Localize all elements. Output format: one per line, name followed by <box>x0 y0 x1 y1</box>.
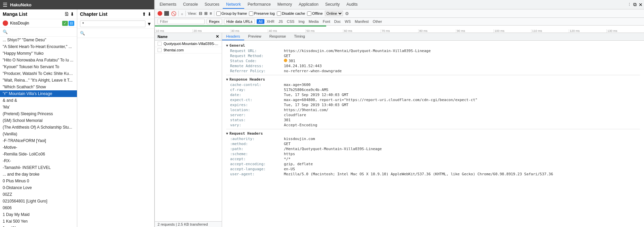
hamburger-icon[interactable]: ☰ <box>3 2 7 8</box>
response-headers-section-header[interactable]: ▼ Response Headers <box>226 77 640 82</box>
filter-type-img[interactable]: Img <box>297 19 306 24</box>
filter-type-doc[interactable]: Doc <box>333 19 343 24</box>
record-icon[interactable] <box>158 11 162 16</box>
chapter-filter-arrow[interactable]: ▼ <box>147 21 152 27</box>
undock-icon[interactable]: ⧉ <box>633 2 637 7</box>
devtools-tab-security[interactable]: Security <box>322 1 343 9</box>
manga-list-item[interactable]: (SM) School Memorial <box>0 117 77 124</box>
refresh-icon[interactable]: 🖻 <box>64 11 69 17</box>
offline-label[interactable]: Offline <box>307 11 323 16</box>
manga-list-item[interactable]: "Producer, Watashi To Cekc Shite Kud... <box>0 70 77 77</box>
group-by-frame-label[interactable]: Group by frame <box>216 11 247 16</box>
devtools-tab-network[interactable]: Network <box>223 1 244 9</box>
stop-icon[interactable] <box>164 11 169 16</box>
devtools-tab-sources[interactable]: Sources <box>201 1 223 9</box>
network-file-item[interactable]: Quotyquot-Mountain-Villa039S-... <box>155 41 222 47</box>
manga-list-item[interactable]: (The Antithesis Of) A Scholarship Stu... <box>0 124 77 131</box>
hide-data-urls-button[interactable]: Hide data URLs <box>224 19 255 24</box>
filter-type-manifest[interactable]: Manifest <box>353 19 371 24</box>
more-tabs-icon[interactable]: ⋮ <box>628 2 631 7</box>
devtools-tab-memory[interactable]: Memory <box>274 1 295 9</box>
manga-list-item[interactable]: 0-Distance Love <box>0 184 77 191</box>
manga-list-item[interactable]: 'Y" Mountain Villa's Lineage <box>0 90 77 97</box>
close-panel-icon[interactable]: ✕ <box>216 34 219 39</box>
request-header-key: accept: <box>230 157 284 161</box>
manga-list-item[interactable]: 1 on Wan <box>0 225 77 227</box>
disable-cache-label[interactable]: Disable cache <box>277 11 305 16</box>
manga-list-item[interactable]: ... Shiyo?" "Dame Desu" <box>0 37 77 43</box>
timeline-mark: 30 ms <box>230 29 268 33</box>
manga-list-item[interactable]: 00ZZ <box>0 191 77 198</box>
kissdoujin-action-1[interactable]: ✓ <box>62 21 68 26</box>
chapter-search-input[interactable] <box>86 30 152 36</box>
add-icon[interactable]: ⬇ <box>70 11 74 17</box>
detail-tab-preview[interactable]: Preview <box>244 33 265 40</box>
filter-input[interactable] <box>158 19 205 24</box>
manga-list-item[interactable]: 1 Kai 500 Yen <box>0 218 77 225</box>
manga-list-item[interactable]: -Tamashii- INSERT LEVEL <box>0 164 77 171</box>
network-file-item[interactable]: 9hentai.com <box>155 47 222 53</box>
request-header-val: Mozilla/5.0 (Macintosh; Intel Mac OS X 1… <box>284 172 553 176</box>
clear-icon[interactable]: 🚫 <box>171 11 176 16</box>
detail-tab-headers[interactable]: Headers <box>222 33 244 40</box>
general-section-header[interactable]: ▼ General <box>226 43 640 48</box>
view-list-icon[interactable]: ⊟ <box>199 11 202 16</box>
offline-checkbox[interactable] <box>307 11 311 16</box>
preserve-log-checkbox[interactable] <box>249 11 253 16</box>
manga-list-item[interactable]: ... and the day broke <box>0 171 77 178</box>
filter-type-all[interactable]: All <box>257 19 264 24</box>
devtools-tab-performance[interactable]: Performance <box>244 1 274 9</box>
manga-list-item[interactable]: "Which Scathach" Show <box>0 84 77 90</box>
filter-type-js[interactable]: JS <box>277 19 285 24</box>
manga-list-item[interactable]: -Motive- <box>0 144 77 151</box>
filter-type-other[interactable]: Other <box>371 19 384 24</box>
manga-list-item[interactable]: 0606 <box>0 205 77 211</box>
manga-list-item[interactable]: "A Silent Heart-To-Heart Encounter," ... <box>0 43 77 50</box>
group-by-frame-checkbox[interactable] <box>216 11 221 16</box>
status-code-key: Status Code: <box>230 59 284 63</box>
filter-icon[interactable]: ⬦ <box>181 11 183 16</box>
manga-list-item[interactable]: & and & <box>0 97 77 104</box>
filter-type-font[interactable]: Font <box>321 19 332 24</box>
timeline-mark: 110 ms <box>531 29 569 33</box>
manga-list-item[interactable]: -F-TRANceFORM [Yaoi] <box>0 137 77 144</box>
chapter-add-icon[interactable]: ⬇ <box>147 11 152 17</box>
detail-tab-response[interactable]: Response <box>265 33 290 40</box>
manga-list-item[interactable]: (Vanilla) <box>0 131 77 137</box>
view-grid-icon[interactable]: ⊞ <box>204 11 208 16</box>
view-bar-icon[interactable]: ≡ <box>210 11 212 16</box>
response-headers-toggle-icon: ▼ <box>226 78 228 81</box>
manga-list-item[interactable]: 0 Plus Minus 0 <box>0 178 77 184</box>
kissdoujin-action-2[interactable]: ⊟ <box>69 21 74 26</box>
manga-list-item[interactable]: 'Ma' <box>0 104 77 110</box>
manga-list-item[interactable]: 1 Day My Maid <box>0 211 77 218</box>
manga-list-item[interactable]: "Happy Mommy" Yuiko <box>0 50 77 57</box>
devtools-tab-audits[interactable]: Audits <box>343 1 361 9</box>
close-devtools-icon[interactable]: ✕ <box>639 2 643 7</box>
request-headers-section-header[interactable]: ▼ Request Headers <box>226 131 640 136</box>
manga-list-item[interactable]: 0210564801 [Light Guro] <box>0 198 77 205</box>
filter-type-css[interactable]: CSS <box>285 19 296 24</box>
manga-list-item[interactable]: -Remilia Side- LoliCo06 <box>0 151 77 157</box>
preserve-log-label[interactable]: Preserve log <box>249 11 275 16</box>
settings-icon[interactable]: ⚙ <box>345 11 349 16</box>
response-header-val: Accept-Encoding <box>284 123 317 127</box>
filter-type-ws[interactable]: WS <box>343 19 352 24</box>
devtools-tab-application[interactable]: Application <box>295 1 322 9</box>
disable-cache-checkbox[interactable] <box>277 11 281 16</box>
chapter-filter-input[interactable] <box>80 20 145 27</box>
chapter-download-icon[interactable]: ⬆ <box>142 11 146 17</box>
devtools-tab-elements[interactable]: Elements <box>156 1 180 9</box>
manga-list-item[interactable]: "Kyouei" Tokusei No Servant To <box>0 63 77 70</box>
filter-type-media[interactable]: Media <box>307 19 320 24</box>
manga-list-item[interactable]: -RX- <box>0 157 77 164</box>
filter-type-xhr[interactable]: XHR <box>265 19 276 24</box>
manga-list-item[interactable]: "Hito O Norowaba Ana Futatsu" To Iu ... <box>0 57 77 63</box>
regex-button[interactable]: Regex <box>207 19 222 24</box>
manga-list-item[interactable]: (Pretend) Sleeping Princess <box>0 110 77 117</box>
manga-search-input[interactable] <box>9 29 74 35</box>
manga-list-item[interactable]: "Wait, Reina..." "It's Alright, Leave It… <box>0 77 77 84</box>
online-select[interactable]: Online <box>325 11 343 16</box>
devtools-tab-console[interactable]: Console <box>180 1 201 9</box>
detail-tab-timing[interactable]: Timing <box>290 33 309 40</box>
